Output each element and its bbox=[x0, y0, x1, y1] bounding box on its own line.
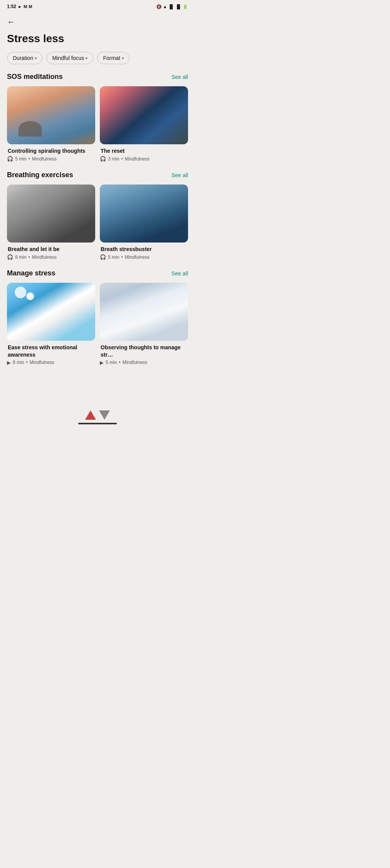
play-icon-2: ▶ bbox=[100, 360, 104, 366]
section-breathing-exercises: Breathing exercises See all Breathe and … bbox=[0, 171, 195, 261]
time-display: 1:52 bbox=[7, 4, 16, 9]
card-img-flowers bbox=[7, 283, 95, 341]
card-category-4: Mindfulness bbox=[125, 255, 150, 260]
gmail-icon-1: M bbox=[24, 4, 27, 9]
meta-sep-1: • bbox=[28, 156, 30, 162]
card-meta-1: 🎧 5 min • Mindfulness bbox=[7, 156, 95, 163]
filter-format[interactable]: Format ▾ bbox=[97, 52, 129, 64]
card-category-1: Mindfulness bbox=[32, 156, 57, 162]
meta-sep-4: • bbox=[121, 255, 123, 260]
filter-format-label: Format bbox=[103, 55, 120, 61]
card-controlling-spiraling[interactable]: Controlling spiraling thoughts 🎧 5 min •… bbox=[7, 86, 95, 163]
chevron-down-icon: ▾ bbox=[122, 56, 124, 60]
card-meta-5: ▶ 8 min • Mindfulness bbox=[7, 360, 95, 367]
card-meta-6: ▶ 5 min • Mindfulness bbox=[100, 360, 188, 367]
card-title-4: Breath stressbuster bbox=[100, 243, 188, 254]
card-category-2: Mindfulness bbox=[125, 156, 150, 162]
section-sos-meditations: SOS meditations See all Controlling spir… bbox=[0, 73, 195, 163]
meta-sep-6: • bbox=[119, 360, 120, 365]
section-breathing-header: Breathing exercises See all bbox=[0, 171, 195, 185]
manage-cards-row: Ease stress with emotional awareness ▶ 8… bbox=[0, 283, 195, 367]
filter-mindful-focus[interactable]: Mindful focus ▾ bbox=[46, 52, 93, 64]
headphones-icon: 🎧 bbox=[7, 156, 13, 162]
card-breath-stressbuster[interactable]: Breath stressbuster 🎧 5 min • Mindfulnes… bbox=[100, 185, 188, 261]
card-meta-2: 🎧 3 min • Mindfulness bbox=[100, 156, 188, 163]
card-meta-4: 🎧 5 min • Mindfulness bbox=[100, 254, 188, 261]
status-icons: 🔇 ▲ ▐▌ ▐▌ 🔋 bbox=[156, 4, 188, 9]
back-arrow-icon: ← bbox=[7, 17, 15, 27]
card-duration-4: 5 min bbox=[108, 255, 119, 260]
section-breathing-title: Breathing exercises bbox=[7, 171, 73, 179]
location-icon: ► bbox=[18, 4, 22, 9]
card-duration-2: 3 min bbox=[108, 156, 119, 162]
card-title-6: Observing thoughts to manage str… bbox=[100, 341, 188, 359]
card-meta-3: 🎧 8 min • Mindfulness bbox=[7, 254, 95, 261]
section-sos-title: SOS meditations bbox=[7, 73, 63, 81]
wifi-icon: ▲ bbox=[163, 4, 167, 9]
breathing-cards-row: Breathe and let it be 🎧 8 min • Mindfuln… bbox=[0, 185, 195, 261]
section-manage-title: Manage stress bbox=[7, 269, 55, 277]
filter-row: Duration ▾ Mindful focus ▾ Format ▾ bbox=[0, 52, 195, 73]
filter-duration-label: Duration bbox=[13, 55, 33, 61]
card-img-beach bbox=[7, 86, 95, 144]
gmail-icon-2: M bbox=[29, 4, 32, 9]
card-title-5: Ease stress with emotional awareness bbox=[7, 341, 95, 359]
logo-triangle-down bbox=[99, 410, 110, 420]
card-title-1: Controlling spiraling thoughts bbox=[7, 144, 95, 156]
card-title-2: The reset bbox=[100, 144, 188, 156]
mountain-image bbox=[100, 185, 188, 243]
signal-icon-2: ▐▌ bbox=[175, 4, 181, 9]
card-the-reset[interactable]: The reset 🎧 3 min • Mindfulness bbox=[100, 86, 188, 163]
back-button[interactable]: ← bbox=[0, 12, 195, 29]
card-img-yoga bbox=[7, 185, 95, 243]
manage-see-all[interactable]: See all bbox=[171, 270, 188, 277]
battery-icon: 🔋 bbox=[183, 4, 188, 9]
meta-sep-5: • bbox=[26, 360, 27, 365]
card-observing-thoughts[interactable]: Observing thoughts to manage str… ▶ 5 mi… bbox=[100, 283, 188, 367]
signal-icon-1: ▐▌ bbox=[168, 4, 174, 9]
card-breathe-let-it-be[interactable]: Breathe and let it be 🎧 8 min • Mindfuln… bbox=[7, 185, 95, 261]
card-category-6: Mindfulness bbox=[123, 360, 147, 365]
meta-sep-2: • bbox=[121, 156, 123, 162]
page-title: Stress less bbox=[0, 29, 195, 52]
card-duration-5: 8 min bbox=[13, 360, 24, 365]
filter-duration[interactable]: Duration ▾ bbox=[7, 52, 43, 64]
status-time: 1:52 ► M M bbox=[7, 4, 32, 9]
card-category-3: Mindfulness bbox=[32, 255, 57, 260]
clouds-image bbox=[100, 283, 188, 341]
crystal-image bbox=[100, 86, 188, 144]
chevron-down-icon: ▾ bbox=[35, 56, 37, 60]
card-duration-6: 5 min bbox=[106, 360, 117, 365]
card-ease-stress[interactable]: Ease stress with emotional awareness ▶ 8… bbox=[7, 283, 95, 367]
headphones-icon-3: 🎧 bbox=[7, 254, 13, 260]
card-duration-1: 5 min bbox=[15, 156, 26, 162]
sos-cards-row: Controlling spiraling thoughts 🎧 5 min •… bbox=[0, 86, 195, 163]
flowers-image bbox=[7, 283, 95, 341]
play-icon-1: ▶ bbox=[7, 360, 11, 366]
section-sos-header: SOS meditations See all bbox=[0, 73, 195, 86]
yoga-image bbox=[7, 185, 95, 243]
bottom-area bbox=[0, 406, 195, 432]
beach-image bbox=[7, 86, 95, 144]
card-img-clouds bbox=[100, 283, 188, 341]
section-manage-header: Manage stress See all bbox=[0, 269, 195, 283]
card-title-3: Breathe and let it be bbox=[7, 243, 95, 254]
breathing-see-all[interactable]: See all bbox=[171, 172, 188, 178]
chevron-down-icon: ▾ bbox=[86, 56, 87, 60]
headphones-icon-4: 🎧 bbox=[100, 254, 106, 260]
status-bar: 1:52 ► M M 🔇 ▲ ▐▌ ▐▌ 🔋 bbox=[0, 0, 195, 12]
sos-see-all[interactable]: See all bbox=[171, 74, 188, 80]
home-indicator bbox=[78, 423, 117, 424]
card-img-mountain bbox=[100, 185, 188, 243]
card-duration-3: 8 min bbox=[15, 255, 26, 260]
card-img-crystal bbox=[100, 86, 188, 144]
mute-icon: 🔇 bbox=[156, 4, 162, 9]
meta-sep-3: • bbox=[28, 255, 30, 260]
logo-triangle-up bbox=[85, 410, 96, 420]
card-category-5: Mindfulness bbox=[30, 360, 55, 365]
section-manage-stress: Manage stress See all Ease stress with e… bbox=[0, 269, 195, 398]
headphones-icon-2: 🎧 bbox=[100, 156, 106, 162]
filter-mindful-focus-label: Mindful focus bbox=[52, 55, 84, 61]
bottom-logo bbox=[85, 410, 110, 420]
